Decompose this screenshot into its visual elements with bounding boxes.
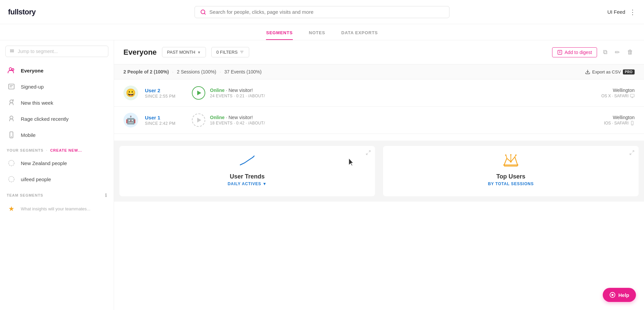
sidebar-item-new-this-week[interactable]: New this week	[0, 95, 114, 111]
user2-session-info: Online · New visitor! 24 EVENTS · 0:21 ·…	[210, 88, 265, 98]
people-stat: 2 People of 2 (100%)	[123, 69, 169, 74]
export-csv-label: Export as CSV	[592, 69, 621, 74]
time-filter-label: PAST MONTH	[167, 50, 195, 55]
stats-bar: 2 People of 2 (100%) · 2 Sessions (100%)…	[114, 64, 644, 80]
sidebar-item-label-team-insights: What insights will your teammates...	[21, 206, 90, 211]
user-row[interactable]: 🤖 User 1 SINCE 2:42 PM Online · New visi…	[114, 107, 644, 134]
nav-tabs: SEGMENTS NOTES DATA EXPORTS	[0, 24, 644, 40]
tab-data-exports[interactable]: DATA EXPORTS	[341, 30, 378, 40]
user-row[interactable]: 😀 User 2 SINCE 2:55 PM Online · New visi…	[114, 80, 644, 107]
user-trends-expand-icon[interactable]	[366, 150, 371, 157]
user-trends-subtitle[interactable]: DAILY ACTIVES ▼	[228, 182, 267, 186]
team-insights-icon: ★	[7, 204, 16, 213]
user2-name: User 2	[145, 88, 185, 93]
sidebar-item-nz-people[interactable]: New Zealand people	[0, 155, 114, 171]
trend-chart-icon	[239, 154, 256, 170]
sidebar-item-signed-up[interactable]: Signed-up	[0, 79, 114, 95]
sidebar-item-label-nz-people: New Zealand people	[21, 160, 67, 166]
sidebar-item-everyone[interactable]: Everyone	[0, 62, 114, 79]
user2-status-suffix: · New visitor!	[226, 88, 253, 93]
search-bar[interactable]	[195, 6, 449, 18]
user2-location: Wellington OS X · SAFARI	[601, 88, 635, 98]
svg-rect-2	[10, 50, 12, 51]
user-trends-card: User Trends DAILY ACTIVES ▼	[119, 146, 375, 196]
create-new-link[interactable]: CREATE NEW...	[50, 148, 82, 152]
copy-icon[interactable]: ⧉	[602, 47, 609, 57]
download-icon	[585, 69, 590, 74]
header-actions: Add to digest ⧉ ✏ 🗑	[552, 47, 635, 57]
team-segments-section: TEAM SEGMENTS ℹ	[0, 187, 114, 201]
user1-online-text: Online	[210, 115, 225, 120]
sidebar: Jump to segment... Everyone Signed-up	[0, 40, 114, 310]
more-options-icon[interactable]: ⋮	[629, 8, 636, 16]
sidebar-item-uifeed-people[interactable]: uifeed people	[0, 171, 114, 187]
search-icon	[200, 9, 206, 15]
chevron-down-icon: ▼	[263, 182, 267, 186]
svg-point-37	[517, 164, 519, 166]
sidebar-search[interactable]: Jump to segment...	[5, 46, 108, 57]
digest-icon	[557, 50, 562, 55]
svg-point-6	[9, 68, 12, 70]
user2-play-btn[interactable]	[192, 86, 205, 100]
edit-icon[interactable]: ✏	[613, 47, 621, 57]
user2-avatar: 😀	[123, 86, 138, 100]
filters-icon	[239, 50, 244, 55]
crown-icon	[503, 154, 519, 170]
top-users-subtitle: BY TOTAL SESSIONS	[488, 182, 534, 186]
your-segments-section: YOUR SEGMENTS · CREATE NEW...	[0, 143, 114, 155]
user1-location: Wellington IOS · SAFARI	[604, 115, 635, 125]
team-segments-info-icon[interactable]: ℹ	[105, 193, 107, 198]
time-filter-btn[interactable]: PAST MONTH ▼	[162, 47, 206, 57]
header-right: UI Feed ⋮	[582, 8, 636, 16]
user2-session-meta: 24 EVENTS · 0:21 · /ABOUT/	[210, 94, 265, 98]
filters-btn[interactable]: 0 FILTERS	[211, 47, 249, 57]
user-label: UI Feed	[607, 9, 625, 15]
sidebar-item-label-signed-up: Signed-up	[21, 84, 44, 90]
sidebar-item-rage-clicked[interactable]: Rage clicked recently	[0, 111, 114, 127]
sidebar-item-mobile[interactable]: Mobile	[0, 127, 114, 143]
user1-play-area: Online · New visitor! 18 EVENTS · 0:42 ·…	[192, 113, 597, 127]
sidebar-item-team-insights[interactable]: ★ What insights will your teammates...	[0, 201, 114, 217]
sidebar-item-label-everyone: Everyone	[21, 68, 44, 73]
user1-play-btn[interactable]	[192, 113, 205, 127]
sidebar-item-label-new-this-week: New this week	[21, 100, 53, 106]
user1-session-info: Online · New visitor! 18 EVENTS · 0:42 ·…	[210, 115, 265, 125]
sidebar-item-label-rage-clicked: Rage clicked recently	[21, 116, 69, 122]
monitor-icon	[630, 94, 635, 98]
svg-point-43	[510, 154, 512, 155]
user-trends-title: User Trends	[230, 173, 265, 180]
top-users-card: Top Users BY TOTAL SESSIONS	[383, 146, 639, 196]
user2-device-info: OS X · SAFARI	[601, 94, 635, 98]
your-segments-label: YOUR SEGMENTS	[7, 148, 44, 152]
add-digest-btn[interactable]: Add to digest	[552, 47, 597, 57]
svg-point-18	[9, 176, 14, 182]
help-button[interactable]: Help	[603, 288, 636, 302]
logo: fullstory	[8, 8, 62, 16]
svg-line-34	[630, 153, 632, 155]
user1-session-status: Online · New visitor!	[210, 115, 265, 120]
rage-clicked-icon	[7, 114, 16, 123]
sidebar-search-icon	[10, 49, 14, 54]
tab-notes[interactable]: NOTES	[309, 30, 325, 40]
user2-location-name: Wellington	[601, 88, 635, 93]
team-segments-label: TEAM SEGMENTS	[7, 193, 43, 197]
export-csv-btn[interactable]: Export as CSV PRO	[585, 69, 635, 74]
filters-count-label: 0 FILTERS	[216, 50, 237, 55]
delete-icon[interactable]: 🗑	[626, 47, 635, 57]
svg-rect-5	[12, 51, 14, 52]
svg-line-32	[366, 153, 368, 155]
top-users-title: Top Users	[496, 173, 526, 180]
user1-play-triangle	[197, 118, 201, 122]
svg-line-40	[506, 155, 507, 158]
nz-people-icon	[7, 158, 16, 168]
user2-session-status: Online · New visitor!	[210, 88, 265, 93]
tab-segments[interactable]: SEGMENTS	[266, 30, 292, 40]
search-input[interactable]	[209, 9, 444, 15]
user1-session-meta: 18 EVENTS · 0:42 · /ABOUT/	[210, 121, 265, 125]
top-users-expand-icon[interactable]	[629, 150, 635, 157]
svg-point-36	[503, 164, 505, 166]
svg-line-33	[632, 151, 634, 152]
user1-location-name: Wellington	[604, 115, 635, 120]
svg-rect-3	[10, 51, 12, 52]
user1-info: User 1 SINCE 2:42 PM	[145, 115, 185, 126]
